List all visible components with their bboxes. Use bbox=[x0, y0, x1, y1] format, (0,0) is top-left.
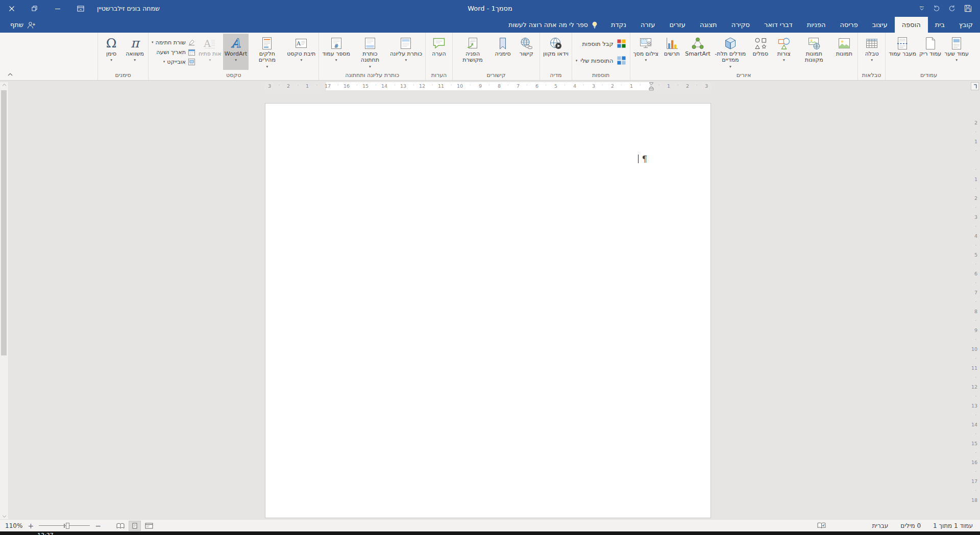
ruler-mark: 10 bbox=[971, 347, 977, 352]
collapse-ribbon-button[interactable] bbox=[6, 72, 14, 77]
view-switcher bbox=[114, 521, 155, 531]
bookmark-button[interactable]: סימניה bbox=[491, 34, 514, 70]
group-label-illustrations: איורים bbox=[632, 71, 856, 80]
footer-button[interactable]: כותרת תחתונה▾ bbox=[352, 34, 388, 70]
print-layout-button[interactable] bbox=[129, 521, 141, 531]
text-box-button[interactable]: Aתיבת טקסט▾ bbox=[285, 34, 317, 70]
tell-me-label: ספר לי מה אתה רוצה לעשות bbox=[508, 21, 588, 29]
symbol-button[interactable]: Ωסימן▾ bbox=[100, 34, 123, 70]
my-add-ins-button[interactable]: התוספות שלי▾ bbox=[574, 55, 628, 66]
zoom-out-button[interactable]: − bbox=[94, 522, 102, 529]
comment-button[interactable]: הערה bbox=[427, 34, 451, 70]
customize-button[interactable] bbox=[919, 6, 924, 11]
ruler-mark: · bbox=[545, 83, 547, 88]
zoom-level[interactable]: 110% bbox=[5, 522, 22, 529]
tab-references[interactable]: הפניות bbox=[800, 17, 833, 33]
cross-reference-button[interactable]: הפניה מקושרת bbox=[454, 34, 491, 70]
word-count[interactable]: 0 מילים bbox=[900, 522, 921, 529]
proofing-status-icon[interactable] bbox=[817, 522, 826, 530]
tab-selector-button[interactable] bbox=[971, 82, 979, 90]
user-name[interactable]: שמחה בונים זילברשטיין bbox=[97, 5, 160, 12]
zoom-slider[interactable] bbox=[39, 522, 90, 529]
screenshot-button[interactable]: צילום מסך▾ bbox=[632, 34, 660, 70]
language-indicator[interactable]: עברית bbox=[872, 522, 888, 529]
link-button[interactable]: קישור bbox=[514, 34, 538, 70]
cover-page-button[interactable]: עמוד שער▾ bbox=[943, 34, 970, 70]
tab-home[interactable]: בית bbox=[928, 17, 952, 33]
equation-button[interactable]: πמשוואה▾ bbox=[123, 34, 146, 70]
3d-models-button[interactable]: מודלים תלת-ממדיים▾ bbox=[712, 34, 749, 70]
minimize-button[interactable] bbox=[46, 0, 69, 17]
dropdown-arrow-icon: ▾ bbox=[729, 65, 731, 69]
indent-marker[interactable] bbox=[649, 82, 654, 93]
tab-design[interactable]: עיצוב bbox=[865, 17, 895, 33]
horizontal-ruler[interactable]: 1·2·3·4·5·6·7·8·9·10·11·12·13·14·15·16·1… bbox=[265, 82, 711, 90]
header-button[interactable]: כותרת עליונה▾ bbox=[388, 34, 424, 70]
tab-view[interactable]: תצוגה bbox=[693, 17, 724, 33]
ruler-mark: 5 bbox=[974, 252, 977, 258]
online-video-button[interactable]: וידאו מקוון bbox=[542, 34, 570, 70]
ribbon-display-options-icon bbox=[77, 6, 84, 12]
wordart-button[interactable]: AWordArt▾ bbox=[223, 34, 249, 70]
ruler-mark: 14 bbox=[381, 83, 387, 89]
pictures-button[interactable]: תמונות bbox=[832, 34, 856, 70]
signature-line-button[interactable]: שורת חתימה▾ bbox=[150, 38, 197, 47]
tell-me-box[interactable]: ספר לי מה אתה רוצה לעשות bbox=[502, 17, 604, 33]
tab-insert[interactable]: הוספה bbox=[895, 17, 928, 33]
ruler-mark: · bbox=[975, 149, 976, 154]
quick-parts-button[interactable]: חלקים מהירים▾ bbox=[249, 34, 285, 70]
date-time-button[interactable]: תאריך ושעה bbox=[150, 48, 197, 57]
ruler-mark: 1 bbox=[306, 83, 309, 89]
share-button[interactable]: שתף bbox=[0, 17, 46, 33]
icons-button[interactable]: סמלים bbox=[749, 34, 772, 70]
group-label-tables: טבלאות bbox=[860, 71, 884, 80]
ribbon-tab-bar: שתף ספר לי מה אתה רוצה לעשות קובץביתהוספ… bbox=[0, 17, 980, 33]
ruler-mark: 9 bbox=[479, 83, 482, 89]
tab-review[interactable]: סקירה bbox=[724, 17, 757, 33]
document-page[interactable]: ¶ bbox=[265, 103, 711, 518]
online-pictures-button[interactable]: תמונות מקוונות bbox=[796, 34, 832, 70]
dropdown-arrow-icon: ▾ bbox=[209, 58, 211, 62]
page-indicator[interactable]: עמוד 1 מתוך 1 bbox=[933, 522, 973, 529]
object-button[interactable]: אובייקט▾ bbox=[150, 58, 197, 66]
chart-button[interactable]: תרשים bbox=[660, 34, 683, 70]
ruler-mark: · bbox=[375, 83, 377, 88]
read-mode-button[interactable] bbox=[114, 521, 127, 531]
vertical-scrollbar[interactable] bbox=[0, 82, 9, 519]
scroll-down-icon[interactable] bbox=[0, 515, 8, 518]
repeat-button[interactable] bbox=[933, 5, 940, 12]
ruler-mark: 18 bbox=[971, 498, 977, 503]
close-button[interactable] bbox=[0, 0, 23, 17]
ruler-mark: 2 bbox=[287, 83, 290, 89]
tab-layout[interactable]: פריסה bbox=[833, 17, 865, 33]
svg-text:A: A bbox=[203, 38, 211, 49]
table-button[interactable]: טבלה▾ bbox=[860, 34, 884, 70]
shapes-button[interactable]: צורות▾ bbox=[772, 34, 796, 70]
ruler-mark: · bbox=[975, 413, 976, 418]
quick-access-toolbar bbox=[919, 5, 980, 12]
tab-file[interactable]: קובץ bbox=[952, 17, 980, 33]
page-number-button[interactable]: #מספר עמוד▾ bbox=[321, 34, 352, 70]
ruler-mark: 3 bbox=[268, 83, 271, 89]
tab-help[interactable]: עזרה bbox=[633, 17, 662, 33]
zoom-in-button[interactable]: + bbox=[27, 522, 34, 529]
tab-mailings[interactable]: דברי דואר bbox=[757, 17, 800, 33]
scroll-up-icon[interactable] bbox=[0, 84, 8, 86]
text-box-icon: A bbox=[295, 35, 308, 51]
ribbon-group-header-footer: כותרת עליונה▾כותרת תחתונה▾#מספר עמוד▾כות… bbox=[318, 33, 425, 80]
ruler-mark: · bbox=[975, 281, 976, 286]
get-add-ins-button[interactable]: קבל תוספות bbox=[574, 38, 628, 49]
smartart-button[interactable]: SmartArt bbox=[683, 34, 712, 70]
web-layout-button[interactable] bbox=[143, 521, 155, 531]
undo-button[interactable] bbox=[948, 5, 956, 12]
page-break-button[interactable]: מעבר עמוד bbox=[887, 34, 918, 70]
tab-nakdan[interactable]: נקדת bbox=[604, 17, 633, 33]
restore-button[interactable] bbox=[23, 0, 46, 17]
zoom-slider-thumb[interactable] bbox=[66, 523, 69, 529]
ruler-mark: 17 bbox=[971, 479, 977, 484]
save-button[interactable] bbox=[964, 5, 972, 12]
scrollbar-thumb[interactable] bbox=[1, 90, 7, 355]
ribbon-display-options-button[interactable] bbox=[69, 0, 92, 17]
blank-page-button[interactable]: עמוד ריק bbox=[918, 34, 943, 70]
tab-add-ins[interactable]: עזרים bbox=[662, 17, 693, 33]
